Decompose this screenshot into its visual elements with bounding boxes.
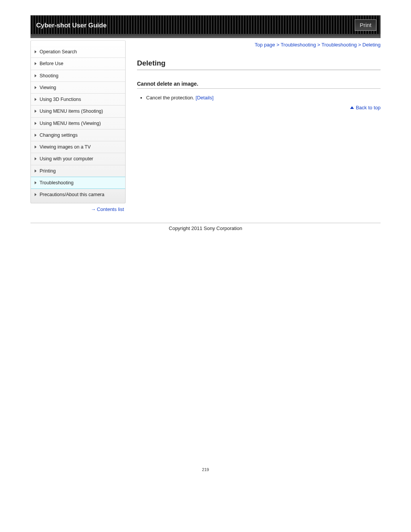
arrow-right-icon: → [91, 206, 95, 212]
chevron-right-icon [35, 50, 37, 53]
bullet-text: Cancel the protection. [146, 95, 196, 101]
breadcrumb-sep: > [316, 42, 322, 48]
breadcrumb-link[interactable]: Troubleshooting [280, 42, 316, 48]
chevron-right-icon [35, 193, 37, 196]
print-button[interactable]: Print [355, 19, 376, 31]
sidebar-item[interactable]: Viewing [31, 82, 125, 94]
chevron-right-icon [35, 62, 37, 65]
sidebar-item-label: Using 3D Functions [40, 96, 81, 102]
sidebar-item[interactable]: Using with your computer [31, 153, 125, 165]
sidebar-item[interactable]: Troubleshooting [31, 177, 125, 189]
chevron-right-icon [35, 134, 37, 137]
chevron-right-icon [35, 181, 37, 184]
sidebar-item-label: Viewing [40, 85, 56, 91]
sidebar-item[interactable]: Changing settings [31, 129, 125, 141]
sidebar-item-label: Printing [40, 168, 56, 174]
sidebar-item[interactable]: Using MENU items (Shooting) [31, 105, 125, 117]
sidebar-item-label: Operation Search [40, 49, 77, 55]
sidebar-item[interactable]: Shooting [31, 70, 125, 82]
sidebar-item-label: Changing settings [40, 132, 78, 138]
sidebar-item[interactable]: Using 3D Functions [31, 94, 125, 105]
back-to-top-link[interactable]: Back to top [137, 105, 381, 110]
breadcrumb-link[interactable]: Top page [255, 42, 275, 48]
header-bottom-gradient [31, 34, 380, 38]
sidebar: Operation SearchBefore UseShootingViewin… [30, 40, 126, 212]
chevron-right-icon [35, 169, 37, 173]
site-title: Cyber-shot User Guide [36, 16, 107, 35]
chevron-right-icon [35, 98, 37, 101]
breadcrumb: Top page > Troubleshooting > Troubleshoo… [137, 40, 381, 59]
sidebar-item-label: Using MENU items (Shooting) [40, 108, 103, 114]
breadcrumb-sep: > [275, 42, 281, 48]
section-heading: Cannot delete an image. [137, 81, 381, 89]
page-number: 219 [30, 467, 381, 479]
header-bar: Cyber-shot User Guide Print [30, 15, 381, 38]
sidebar-item-label: Before Use [40, 61, 64, 67]
sidebar-item-label: Viewing images on a TV [40, 144, 91, 150]
contents-list-link[interactable]: →Contents list [91, 206, 124, 212]
sidebar-item[interactable]: Precautions/About this camera [31, 189, 125, 203]
sidebar-item[interactable]: Operation Search [31, 46, 125, 58]
list-item: Cancel the protection. [Details] [146, 94, 381, 102]
chevron-right-icon [35, 110, 37, 113]
details-link[interactable]: [Details] [196, 95, 213, 101]
contents-list-label: Contents list [97, 206, 124, 212]
sidebar-item-label: Using MENU items (Viewing) [40, 120, 101, 126]
breadcrumb-sep: > [357, 42, 362, 48]
bullet-list: Cancel the protection. [Details] [137, 94, 381, 102]
sidebar-item-label: Using with your computer [40, 156, 93, 162]
contents-list-row: →Contents list [30, 203, 126, 212]
chevron-right-icon [35, 145, 37, 149]
chevron-right-icon [35, 122, 37, 125]
triangle-up-icon [350, 106, 354, 109]
page-title: Deleting [137, 59, 381, 70]
main-content: Top page > Troubleshooting > Troubleshoo… [137, 40, 381, 110]
back-to-top-label: Back to top [356, 105, 381, 110]
sidebar-item-label: Precautions/About this camera [40, 192, 104, 198]
sidebar-item[interactable]: Before Use [31, 58, 125, 70]
footer-copyright: Copyright 2011 Sony Corporation [30, 223, 381, 231]
sidebar-item-label: Troubleshooting [40, 180, 73, 186]
sidebar-item-label: Shooting [40, 73, 58, 79]
chevron-right-icon [35, 86, 37, 89]
chevron-right-icon [35, 74, 37, 77]
sidebar-item[interactable]: Printing [31, 165, 125, 177]
sidebar-item[interactable]: Viewing images on a TV [31, 141, 125, 153]
chevron-right-icon [35, 157, 37, 160]
sidebar-nav-top-spacer [31, 40, 125, 46]
sidebar-nav: Operation SearchBefore UseShootingViewin… [30, 40, 126, 203]
sidebar-item[interactable]: Using MENU items (Viewing) [31, 118, 125, 129]
breadcrumb-link[interactable]: Troubleshooting [322, 42, 357, 48]
breadcrumb-current: Deleting [362, 42, 381, 48]
